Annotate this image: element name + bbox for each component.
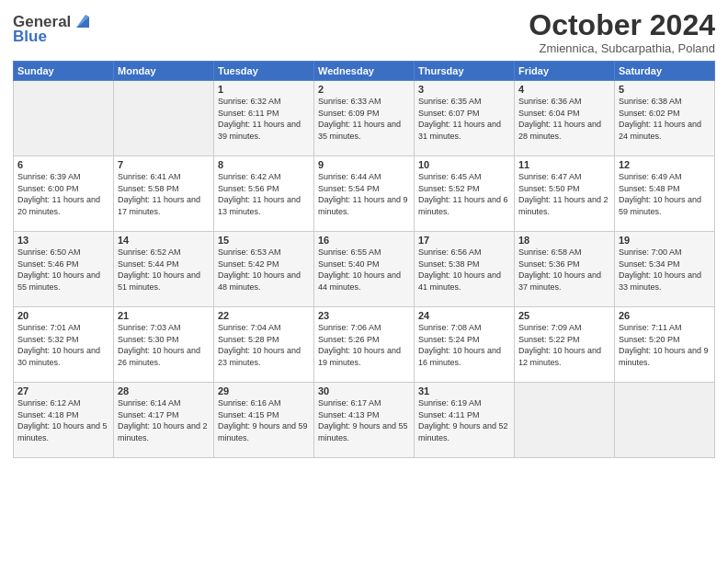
day-number: 17 — [418, 235, 510, 246]
calendar-cell: 25Sunrise: 7:09 AM Sunset: 5:22 PM Dayli… — [515, 307, 615, 383]
day-number: 9 — [318, 159, 410, 170]
day-number: 1 — [218, 84, 310, 95]
day-info: Sunrise: 6:39 AM Sunset: 6:00 PM Dayligh… — [17, 171, 109, 217]
location-subtitle: Zmiennica, Subcarpathia, Poland — [529, 41, 715, 55]
day-number: 5 — [619, 84, 711, 95]
day-header-monday: Monday — [114, 62, 214, 81]
calendar-cell — [515, 383, 615, 458]
header: General Blue October 2024 Zmiennica, Sub… — [13, 9, 715, 55]
day-number: 10 — [418, 159, 510, 170]
calendar-week-row: 6Sunrise: 6:39 AM Sunset: 6:00 PM Daylig… — [14, 156, 715, 232]
title-block: October 2024 Zmiennica, Subcarpathia, Po… — [529, 9, 715, 55]
day-info: Sunrise: 7:09 AM Sunset: 5:22 PM Dayligh… — [518, 322, 610, 368]
day-number: 31 — [418, 385, 510, 396]
day-number: 11 — [518, 159, 610, 170]
day-info: Sunrise: 7:01 AM Sunset: 5:32 PM Dayligh… — [17, 322, 109, 368]
day-info: Sunrise: 6:35 AM Sunset: 6:07 PM Dayligh… — [418, 96, 510, 142]
day-info: Sunrise: 6:44 AM Sunset: 5:54 PM Dayligh… — [318, 171, 410, 217]
day-number: 2 — [318, 84, 410, 95]
day-number: 28 — [118, 385, 210, 396]
day-info: Sunrise: 6:12 AM Sunset: 4:18 PM Dayligh… — [17, 397, 109, 443]
calendar-cell: 30Sunrise: 6:17 AM Sunset: 4:13 PM Dayli… — [314, 383, 415, 458]
calendar-week-row: 13Sunrise: 6:50 AM Sunset: 5:46 PM Dayli… — [14, 232, 715, 307]
day-header-saturday: Saturday — [615, 62, 715, 81]
month-title: October 2024 — [529, 9, 715, 41]
calendar-cell: 26Sunrise: 7:11 AM Sunset: 5:20 PM Dayli… — [615, 307, 715, 383]
calendar-cell: 19Sunrise: 7:00 AM Sunset: 5:34 PM Dayli… — [615, 232, 715, 307]
day-info: Sunrise: 7:03 AM Sunset: 5:30 PM Dayligh… — [118, 322, 210, 368]
day-info: Sunrise: 6:17 AM Sunset: 4:13 PM Dayligh… — [318, 397, 410, 443]
day-info: Sunrise: 6:36 AM Sunset: 6:04 PM Dayligh… — [518, 96, 610, 142]
calendar-cell: 3Sunrise: 6:35 AM Sunset: 6:07 PM Daylig… — [415, 81, 515, 156]
day-info: Sunrise: 7:04 AM Sunset: 5:28 PM Dayligh… — [218, 322, 310, 368]
calendar-cell — [114, 81, 214, 156]
calendar-cell: 24Sunrise: 7:08 AM Sunset: 5:24 PM Dayli… — [415, 307, 515, 383]
day-info: Sunrise: 6:45 AM Sunset: 5:52 PM Dayligh… — [418, 171, 510, 217]
calendar-cell: 9Sunrise: 6:44 AM Sunset: 5:54 PM Daylig… — [314, 156, 415, 232]
day-info: Sunrise: 6:52 AM Sunset: 5:44 PM Dayligh… — [118, 247, 210, 293]
calendar-cell: 2Sunrise: 6:33 AM Sunset: 6:09 PM Daylig… — [314, 81, 415, 156]
calendar-cell: 20Sunrise: 7:01 AM Sunset: 5:32 PM Dayli… — [14, 307, 114, 383]
day-info: Sunrise: 6:32 AM Sunset: 6:11 PM Dayligh… — [218, 96, 310, 142]
day-number: 19 — [619, 235, 711, 246]
day-number: 20 — [17, 310, 109, 321]
calendar-table: SundayMondayTuesdayWednesdayThursdayFrid… — [13, 61, 715, 458]
calendar-cell: 4Sunrise: 6:36 AM Sunset: 6:04 PM Daylig… — [515, 81, 615, 156]
calendar-cell: 1Sunrise: 6:32 AM Sunset: 6:11 PM Daylig… — [214, 81, 314, 156]
day-number: 23 — [318, 310, 410, 321]
calendar-cell: 7Sunrise: 6:41 AM Sunset: 5:58 PM Daylig… — [114, 156, 214, 232]
calendar-cell — [14, 81, 114, 156]
calendar-cell: 8Sunrise: 6:42 AM Sunset: 5:56 PM Daylig… — [214, 156, 314, 232]
calendar-cell: 27Sunrise: 6:12 AM Sunset: 4:18 PM Dayli… — [14, 383, 114, 458]
day-info: Sunrise: 6:19 AM Sunset: 4:11 PM Dayligh… — [418, 397, 510, 443]
logo-icon — [73, 11, 93, 31]
calendar-header-row: SundayMondayTuesdayWednesdayThursdayFrid… — [14, 62, 715, 81]
day-number: 26 — [619, 310, 711, 321]
day-info: Sunrise: 7:08 AM Sunset: 5:24 PM Dayligh… — [418, 322, 510, 368]
day-number: 24 — [418, 310, 510, 321]
day-number: 27 — [17, 385, 109, 396]
calendar-cell: 10Sunrise: 6:45 AM Sunset: 5:52 PM Dayli… — [415, 156, 515, 232]
calendar-cell: 13Sunrise: 6:50 AM Sunset: 5:46 PM Dayli… — [14, 232, 114, 307]
calendar-cell: 21Sunrise: 7:03 AM Sunset: 5:30 PM Dayli… — [114, 307, 214, 383]
day-number: 8 — [218, 159, 310, 170]
day-header-friday: Friday — [515, 62, 615, 81]
day-number: 29 — [218, 385, 310, 396]
day-header-thursday: Thursday — [415, 62, 515, 81]
day-info: Sunrise: 7:06 AM Sunset: 5:26 PM Dayligh… — [318, 322, 410, 368]
day-number: 18 — [518, 235, 610, 246]
calendar-cell: 31Sunrise: 6:19 AM Sunset: 4:11 PM Dayli… — [415, 383, 515, 458]
day-number: 6 — [17, 159, 109, 170]
day-header-wednesday: Wednesday — [314, 62, 415, 81]
day-info: Sunrise: 6:50 AM Sunset: 5:46 PM Dayligh… — [17, 247, 109, 293]
day-info: Sunrise: 6:41 AM Sunset: 5:58 PM Dayligh… — [118, 171, 210, 217]
day-info: Sunrise: 7:00 AM Sunset: 5:34 PM Dayligh… — [619, 247, 711, 293]
day-info: Sunrise: 7:11 AM Sunset: 5:20 PM Dayligh… — [619, 322, 711, 368]
calendar-week-row: 27Sunrise: 6:12 AM Sunset: 4:18 PM Dayli… — [14, 383, 715, 458]
calendar-cell: 18Sunrise: 6:58 AM Sunset: 5:36 PM Dayli… — [515, 232, 615, 307]
logo: General Blue — [13, 13, 93, 46]
day-number: 13 — [17, 235, 109, 246]
day-number: 16 — [318, 235, 410, 246]
day-number: 3 — [418, 84, 510, 95]
day-number: 15 — [218, 235, 310, 246]
calendar-cell: 14Sunrise: 6:52 AM Sunset: 5:44 PM Dayli… — [114, 232, 214, 307]
day-info: Sunrise: 6:55 AM Sunset: 5:40 PM Dayligh… — [318, 247, 410, 293]
day-number: 22 — [218, 310, 310, 321]
day-number: 21 — [118, 310, 210, 321]
day-number: 4 — [518, 84, 610, 95]
calendar-cell: 22Sunrise: 7:04 AM Sunset: 5:28 PM Dayli… — [214, 307, 314, 383]
day-info: Sunrise: 6:38 AM Sunset: 6:02 PM Dayligh… — [619, 96, 711, 142]
calendar-cell: 17Sunrise: 6:56 AM Sunset: 5:38 PM Dayli… — [415, 232, 515, 307]
calendar-cell: 29Sunrise: 6:16 AM Sunset: 4:15 PM Dayli… — [214, 383, 314, 458]
calendar-cell: 15Sunrise: 6:53 AM Sunset: 5:42 PM Dayli… — [214, 232, 314, 307]
day-number: 14 — [118, 235, 210, 246]
day-number: 30 — [318, 385, 410, 396]
day-info: Sunrise: 6:42 AM Sunset: 5:56 PM Dayligh… — [218, 171, 310, 217]
day-number: 12 — [619, 159, 711, 170]
day-info: Sunrise: 6:33 AM Sunset: 6:09 PM Dayligh… — [318, 96, 410, 142]
day-info: Sunrise: 6:56 AM Sunset: 5:38 PM Dayligh… — [418, 247, 510, 293]
calendar-cell: 16Sunrise: 6:55 AM Sunset: 5:40 PM Dayli… — [314, 232, 415, 307]
calendar-cell: 11Sunrise: 6:47 AM Sunset: 5:50 PM Dayli… — [515, 156, 615, 232]
page: General Blue October 2024 Zmiennica, Sub… — [0, 0, 728, 563]
